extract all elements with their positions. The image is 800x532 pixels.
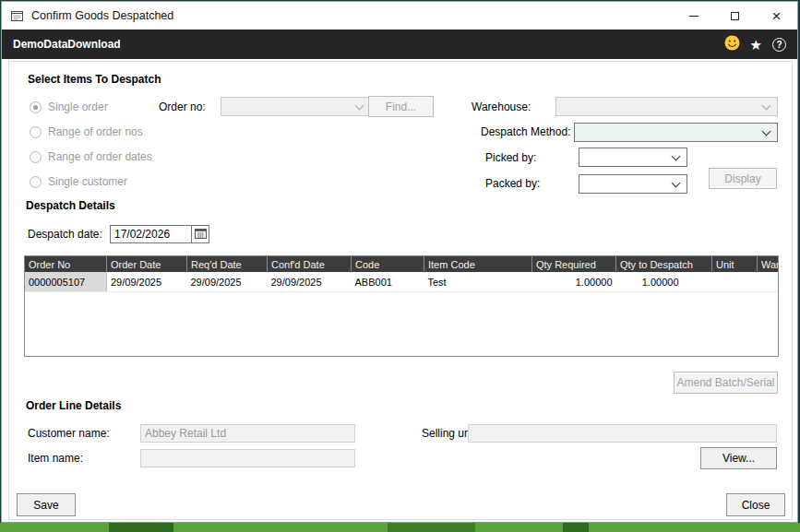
- radio-range-of-order-nos[interactable]: Range of order nos: [30, 124, 152, 139]
- radio-single-order[interactable]: Single order: [30, 100, 152, 114]
- table-row[interactable]: 000000510729/09/202529/09/202529/09/2025…: [25, 272, 779, 292]
- section-heading-select-items: Select Items To Despatch: [28, 73, 161, 86]
- despatch-items-table: Order NoOrder DateReq'd DateConf'd DateC…: [25, 256, 779, 292]
- save-button[interactable]: Save: [17, 493, 76, 516]
- item-name-label: Item name:: [28, 452, 83, 465]
- chevron-down-icon: [672, 179, 681, 188]
- item-name-field: [140, 449, 355, 467]
- despatch-date-input[interactable]: [110, 225, 192, 243]
- appbar: DemoDataDownload ★ ?: [2, 30, 797, 59]
- desktop-strip-segment: [563, 523, 589, 532]
- table-cell: ABB001: [352, 272, 424, 292]
- radio-button-icon: [30, 101, 42, 113]
- calendar-icon: [195, 228, 207, 242]
- display-button[interactable]: Display: [709, 168, 777, 189]
- appbar-title: DemoDataDownload: [13, 38, 121, 51]
- chevron-down-icon: [762, 127, 771, 136]
- view-button[interactable]: View...: [700, 447, 777, 469]
- radio-label: Single customer: [48, 175, 127, 188]
- find-button[interactable]: Find...: [368, 96, 434, 117]
- section-heading-despatch-details: Despatch Details: [26, 199, 115, 212]
- window-controls: ×: [673, 2, 797, 30]
- radio-label: Range of order dates: [48, 150, 152, 163]
- order-no-label: Order no:: [159, 100, 206, 113]
- desktop-strip-segment: [109, 523, 173, 532]
- column-header-warehouse[interactable]: Warehouse: [758, 256, 780, 272]
- despatch-date-label: Despatch date:: [28, 228, 102, 241]
- packed-by-select[interactable]: [579, 174, 687, 194]
- close-dialog-button[interactable]: Close: [726, 493, 785, 516]
- desktop-strip-segment: [388, 523, 475, 532]
- desktop-background-strip: [0, 523, 800, 532]
- table-cell: 29/09/2025: [268, 272, 352, 292]
- column-header-qty-required[interactable]: Qty Required: [532, 256, 616, 272]
- smiley-icon: [724, 35, 740, 53]
- maximize-icon: [731, 12, 739, 20]
- table-cell: 1.00000: [616, 272, 712, 292]
- table-cell: 29/09/2025: [187, 272, 268, 292]
- radio-button-icon: [30, 151, 42, 163]
- table-cell: 1.00000: [532, 272, 616, 292]
- order-selection-radio-group: Single orderRange of order nosRange of o…: [30, 100, 152, 199]
- section-heading-order-line-details: Order Line Details: [26, 399, 121, 412]
- confirm-goods-despatched-window: Confirm Goods Despatched × DemoDataDownl…: [1, 1, 798, 523]
- minimize-button[interactable]: [673, 2, 714, 30]
- radio-label: Single order: [48, 100, 108, 113]
- column-header-conf-d-date[interactable]: Conf'd Date: [268, 256, 352, 272]
- radio-button-icon: [30, 176, 42, 188]
- radio-label: Range of order nos: [48, 125, 143, 138]
- titlebar[interactable]: Confirm Goods Despatched ×: [2, 2, 797, 30]
- column-header-req-d-date[interactable]: Req'd Date: [187, 256, 268, 272]
- radio-range-of-order-dates[interactable]: Range of order dates: [30, 149, 152, 164]
- radio-button-icon: [30, 126, 42, 138]
- column-header-code[interactable]: Code: [352, 256, 424, 272]
- close-button[interactable]: ×: [756, 2, 797, 30]
- chevron-down-icon: [672, 152, 681, 161]
- smiley-feedback-button[interactable]: [724, 35, 740, 53]
- table-header-row: Order NoOrder DateReq'd DateConf'd DateC…: [25, 256, 779, 272]
- packed-by-label: Packed by:: [485, 177, 540, 190]
- table-cell: [712, 272, 758, 292]
- column-header-item-code[interactable]: Item Code: [424, 256, 532, 272]
- despatch-method-select[interactable]: [574, 123, 778, 142]
- column-header-order-date[interactable]: Order Date: [107, 256, 187, 272]
- favorite-button[interactable]: ★: [750, 38, 762, 52]
- warehouse-label: Warehouse:: [472, 100, 531, 113]
- radio-single-customer[interactable]: Single customer: [30, 174, 152, 189]
- picked-by-select[interactable]: [579, 148, 687, 167]
- help-button[interactable]: ?: [772, 38, 786, 52]
- table-cell: [758, 272, 780, 292]
- selling-unit-field: [468, 424, 777, 443]
- star-icon: ★: [750, 38, 762, 52]
- column-header-order-no[interactable]: Order No: [25, 256, 107, 272]
- picked-by-label: Picked by:: [485, 151, 536, 164]
- table-cell: Test: [424, 272, 532, 292]
- chevron-down-icon: [762, 101, 771, 111]
- warehouse-combobox[interactable]: [555, 97, 778, 116]
- window-title: Confirm Goods Despatched: [31, 9, 173, 22]
- window-form-icon: [10, 9, 24, 23]
- customer-name-field: [140, 424, 355, 443]
- cell-order-no: 0000005107: [25, 272, 107, 292]
- customer-name-label: Customer name:: [28, 427, 110, 440]
- column-header-qty-to-despatch[interactable]: Qty to Despatch: [616, 256, 712, 272]
- table-cell: 29/09/2025: [107, 272, 187, 292]
- order-no-combobox[interactable]: [221, 97, 371, 116]
- appbar-icons: ★ ?: [724, 30, 786, 59]
- close-icon: ×: [772, 8, 782, 24]
- calendar-picker-button[interactable]: [191, 225, 209, 243]
- chevron-down-icon: [355, 101, 364, 111]
- help-icon: ?: [772, 38, 786, 52]
- amend-batch-serial-button[interactable]: Amend Batch/Serial: [674, 372, 778, 394]
- despatch-items-grid: Order NoOrder DateReq'd DateConf'd DateC…: [24, 255, 779, 357]
- column-header-unit[interactable]: Unit: [712, 256, 758, 272]
- minimize-icon: [689, 16, 699, 17]
- maximize-button[interactable]: [714, 2, 756, 30]
- despatch-method-label: Despatch Method:: [481, 125, 570, 138]
